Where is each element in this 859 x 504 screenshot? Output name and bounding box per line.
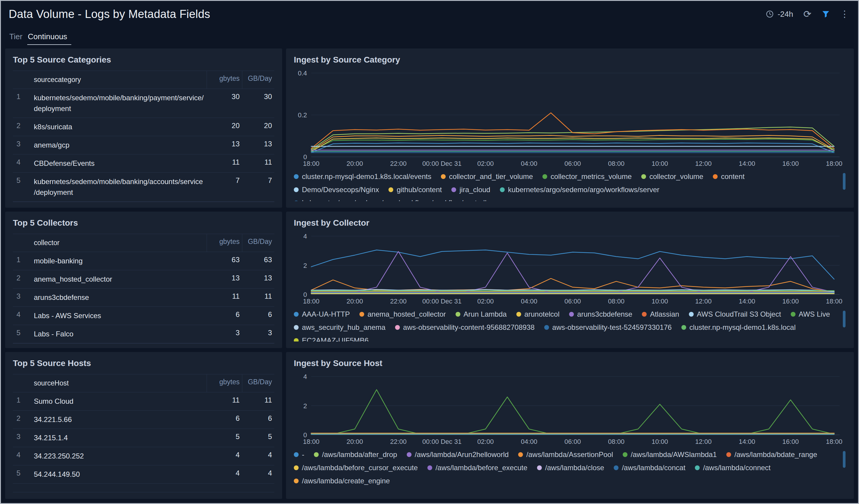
row-gbytes: 30 [207,89,242,117]
panel-title: Top 5 Source Categories [13,55,274,65]
row-gbday: 11 [242,154,274,172]
svg-text:16:00: 16:00 [782,298,799,305]
legend-label: /aws/lambda/concat [622,463,685,472]
table-row[interactable]: 2k8s/suricata2020 [13,118,274,136]
legend-label: jira_cloud [459,186,490,194]
refresh-icon[interactable]: ⟳ [803,9,811,19]
table-row[interactable]: 234.221.5.6666 [13,411,274,429]
table-row[interactable]: 1Sumo Cloud1111 [13,392,274,411]
row-rank: 5 [13,325,30,343]
legend-item[interactable]: /aws/lambda/concat [614,463,685,472]
legend-item[interactable]: /aws/lambda/connect [695,463,770,472]
svg-text:00:00 Dec 31: 00:00 Dec 31 [422,298,462,305]
table-row[interactable]: 1mobile-banking6363 [13,252,274,270]
kebab-menu-icon[interactable]: ⋮ [840,10,849,18]
legend-scrollbar[interactable] [843,173,845,190]
ingest-by-source-host-chart[interactable]: 02418:0020:0022:0000:00 Dec 3102:0004:00… [294,373,846,446]
legend-color-dot [455,312,461,317]
ingest-by-collector-chart[interactable]: 02418:0020:0022:0000:00 Dec 3102:0004:00… [294,233,846,306]
legend-item[interactable]: content [713,172,744,181]
column-header[interactable]: GB/Day [242,234,274,252]
legend-item[interactable]: AWS Live [791,310,830,318]
legend-item[interactable]: /aws/lambda/Arun2helloworld [407,451,509,459]
table-row[interactable]: 3anema/gcp1313 [13,136,274,154]
table-row[interactable]: 4CBDefense/Events1111 [13,154,274,173]
legend-item[interactable]: cluster.np-mysql-demo1.k8s.local [681,323,796,332]
legend-item[interactable]: /aws/lambda/AWSlambda1 [623,451,717,459]
legend-item[interactable]: /aws/lambda/close [537,463,604,472]
table-row[interactable]: 3aruns3cbdefense1111 [13,288,274,307]
legend-item[interactable]: aws_security_hub_anema [294,323,386,332]
legend-item[interactable]: github/content [389,186,442,194]
legend-label: /aws/lambda/before_execute [436,463,527,472]
column-header[interactable]: gbytes [207,374,242,392]
legend-item[interactable]: arunotelcol [516,310,559,318]
row-name: kubernetes/sedemo/mobile/banking/account… [30,173,207,201]
line-chart-canvas[interactable]: 02418:0020:0022:0000:00 Dec 3102:0004:00… [294,373,846,446]
table-row[interactable]: 554.244.149.5044 [13,466,274,484]
legend-item[interactable]: collector_metrics_volume [542,172,632,181]
legend-item[interactable]: aws-observability-test-524597330176 [544,323,672,332]
row-name: 34.215.1.4 [30,429,207,447]
legend-label: content [721,172,744,181]
legend-label: AWS CloudTrail S3 Object [697,310,781,318]
legend-item[interactable]: EC2AMAZ-UIF5MB6 [294,336,369,342]
legend-item[interactable]: AWS CloudTrail S3 Object [689,310,781,318]
legend-item[interactable]: /aws/lambda/create_engine [294,477,390,485]
legend-item[interactable]: /aws/lambda/before_cursor_execute [294,463,418,472]
filter-icon[interactable] [822,10,830,18]
column-header[interactable]: collector [30,234,207,252]
table-row[interactable]: 4Labs - AWS Services66 [13,307,274,325]
ingest-by-source-category-chart[interactable]: 00.20.418:0020:0022:0000:00 Dec 3102:000… [294,69,846,168]
legend-item[interactable]: aruns3cbdefense [569,310,632,318]
row-name: 34.221.5.66 [30,411,207,429]
svg-text:22:00: 22:00 [390,160,406,167]
legend-item[interactable]: - [294,451,304,459]
legend-item[interactable]: /aws/lambda/AssertionPool [518,451,613,459]
legend-scrollbar[interactable] [843,451,845,468]
legend-item[interactable]: Demo/Devsecops/Nginx [294,186,379,194]
tier-filter-select[interactable]: Continuous [27,32,72,45]
legend-item[interactable]: Atlassian [642,310,679,318]
svg-text:4: 4 [303,233,307,240]
table-row[interactable]: 2anema_hosted_collector1313 [13,270,274,288]
column-header[interactable]: sourcecategory [30,71,207,89]
table-row[interactable]: 434.223.250.25244 [13,447,274,466]
legend-label: AAA-UA-HTTP [302,310,350,318]
legend-label: /aws/lambda/create_engine [302,477,390,485]
svg-text:10:00: 10:00 [651,438,668,445]
time-range-button[interactable]: -24h [766,10,793,19]
table-row[interactable]: 1kubernetes/sedemo/mobile/banking/paymen… [13,89,274,118]
column-header[interactable]: gbytes [207,234,242,252]
legend-scrollbar[interactable] [843,311,845,327]
legend-item[interactable]: /aws/lambda/bdate_range [726,451,817,459]
legend-item[interactable]: AAA-UA-HTTP [294,310,350,318]
column-header[interactable]: gbytes [207,71,242,89]
legend-item[interactable]: anema_hosted_collector [359,310,446,318]
legend-color-dot [294,452,299,457]
column-header[interactable]: GB/Day [242,71,274,89]
column-header[interactable]: GB/Day [242,374,274,392]
row-gbday: 63 [242,252,274,270]
legend-color-dot [451,187,456,192]
table-row[interactable]: 5kubernetes/sedemo/mobile/banking/accoun… [13,173,274,202]
legend-item[interactable]: Arun Lambda [455,310,507,318]
table-row[interactable]: 334.215.1.455 [13,429,274,447]
legend-item[interactable]: jira_cloud [451,186,490,194]
legend-item[interactable]: collector_volume [641,172,703,181]
legend-item[interactable]: kubernetes/argo/sedemo/argo/workflows/wo… [294,199,493,201]
line-chart-canvas[interactable]: 02418:0020:0022:0000:00 Dec 3102:0004:00… [294,233,846,306]
legend-item[interactable]: /aws/lambda/after_drop [314,451,397,459]
legend-item[interactable]: aws-observability-content-956882708938 [395,323,534,332]
legend-color-dot [294,187,299,192]
row-rank: 5 [13,466,30,483]
column-header[interactable]: sourceHost [30,374,207,392]
line-chart-canvas[interactable]: 00.20.418:0020:0022:0000:00 Dec 3102:000… [294,69,846,168]
legend-color-dot [294,325,299,330]
legend-item[interactable]: kubernetes/argo/sedemo/argo/workflows/se… [500,186,660,194]
table-row[interactable]: 5Labs - Falco33 [13,325,274,343]
legend-item[interactable]: collector_and_tier_volume [441,172,533,181]
dashboard-header: Data Volume - Logs by Metadata Fields -2… [1,1,858,27]
legend-item[interactable]: /aws/lambda/before_execute [427,463,527,472]
legend-item[interactable]: cluster.np-mysql-demo1.k8s.local/events [294,172,431,181]
